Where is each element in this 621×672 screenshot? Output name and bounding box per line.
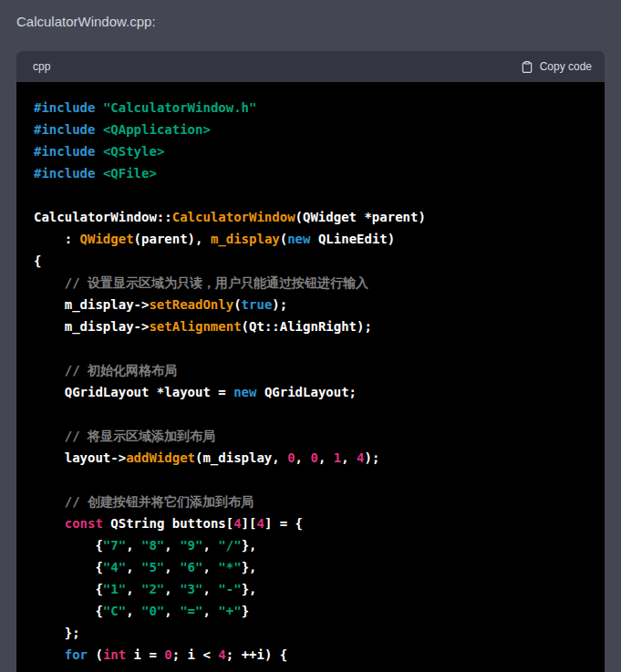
code-line: for (int i = 0; i < 4; ++i) {: [34, 644, 590, 666]
code-line: // 将显示区域添加到布局: [34, 425, 590, 447]
copy-code-button[interactable]: Copy code: [521, 60, 592, 74]
code-line: m_display->setAlignment(Qt::AlignRight);: [34, 315, 590, 337]
code-line: [34, 403, 590, 425]
code-line: {: [34, 250, 590, 272]
code-line: };: [34, 622, 590, 644]
code-line: {"7", "8", "9", "/"},: [34, 534, 590, 556]
code-line: #include <QFile>: [34, 162, 590, 184]
code-line: [34, 184, 590, 206]
code-line: [34, 469, 590, 491]
code-block: cpp Copy code #include "CalculatorWindow…: [16, 51, 605, 672]
code-line: const QString buttons[4][4] = {: [34, 512, 590, 534]
code-line: layout->addWidget(m_display, 0, 0, 1, 4)…: [34, 447, 590, 469]
code-line: : QWidget(parent), m_display(new QLineEd…: [34, 228, 590, 250]
assistant-message: CalculatorWindow.cpp: cpp Copy code #inc…: [0, 0, 621, 672]
code-line: // 创建按钮并将它们添加到布局: [34, 491, 590, 512]
clipboard-icon: [521, 60, 533, 74]
code-language-label: cpp: [33, 60, 50, 73]
code-line: {"C", "0", "=", "+"}: [34, 600, 590, 622]
code-line: QGridLayout *layout = new QGridLayout;: [34, 381, 590, 403]
code-line: #include "CalculatorWindow.h": [34, 97, 590, 119]
code-line: {"1", "2", "3", "-"},: [34, 578, 590, 600]
code-line: {"4", "5", "6", "*"},: [34, 556, 590, 578]
code-line: #include <QStyle>: [34, 140, 590, 162]
code-line: m_display->setReadOnly(true);: [34, 294, 590, 315]
copy-code-label: Copy code: [540, 60, 592, 73]
code-content: #include "CalculatorWindow.h"#include <Q…: [16, 82, 605, 672]
code-line: // 初始化网格布局: [34, 359, 590, 381]
code-line: CalculatorWindow::CalculatorWindow(QWidg…: [34, 206, 590, 228]
code-line: #include <QApplication>: [34, 119, 590, 140]
code-block-header: cpp Copy code: [16, 51, 605, 82]
code-line: [34, 337, 590, 359]
intro-text: CalculatorWindow.cpp:: [16, 13, 605, 31]
code-line: // 设置显示区域为只读，用户只能通过按钮进行输入: [34, 272, 590, 294]
